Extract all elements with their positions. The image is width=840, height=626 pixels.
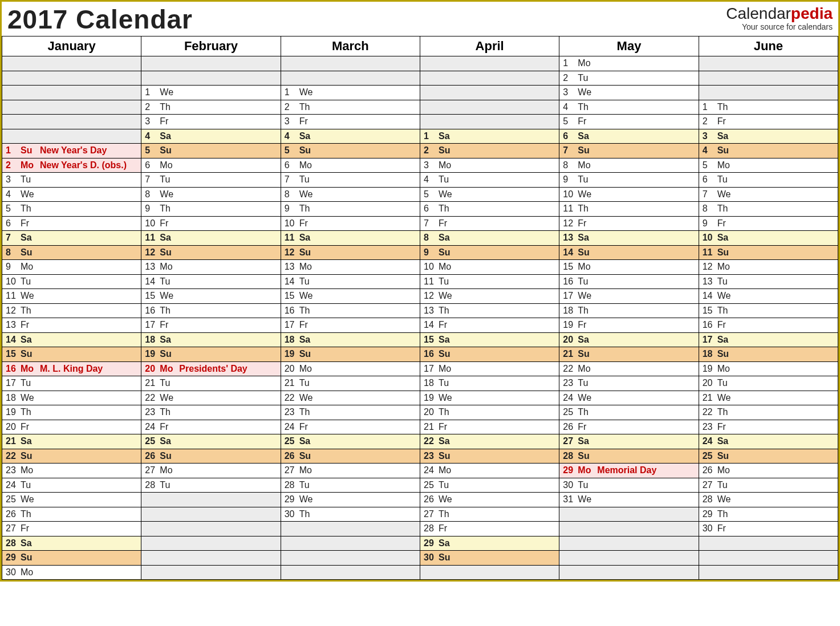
calendar-row: 18We22We22We19We24We21We <box>2 391 838 405</box>
day-of-week: Mo <box>299 160 316 170</box>
day-cell <box>141 522 281 536</box>
day-number: 26 <box>563 422 578 432</box>
day-cell: 5Su <box>141 144 281 158</box>
day-number: 19 <box>703 364 717 374</box>
day-number: 17 <box>145 320 160 330</box>
day-number: 16 <box>424 349 439 359</box>
day-of-week: Su <box>578 349 595 359</box>
day-of-week: Mo <box>21 567 38 578</box>
day-of-week: Mo <box>717 160 735 170</box>
day-of-week: Mo <box>21 160 38 170</box>
calendar-row: 6Fr10Fr10Fr7Fr12Fr9Fr <box>2 216 838 231</box>
day-of-week: Fr <box>578 218 595 229</box>
day-cell: 1We <box>281 86 420 100</box>
day-of-week: Fr <box>21 422 38 432</box>
day-cell: 19Su <box>141 347 281 362</box>
day-cell: 3We <box>559 86 699 100</box>
day-number: 6 <box>424 204 439 214</box>
month-header: February <box>141 36 281 56</box>
day-number: 7 <box>424 218 439 229</box>
day-cell: 18Th <box>559 303 699 318</box>
day-of-week: Fr <box>21 218 38 229</box>
day-number: 17 <box>6 378 21 388</box>
day-cell: 7Sa <box>2 231 141 246</box>
day-number: 8 <box>145 189 160 200</box>
day-of-week: Fr <box>299 218 316 229</box>
day-cell: 20Fr <box>2 420 141 434</box>
day-cell: 25Sa <box>281 434 420 449</box>
day-cell: 3Fr <box>141 115 281 129</box>
day-cell: 6Sa <box>559 129 699 144</box>
day-cell <box>559 522 699 536</box>
day-cell: 30Fr <box>699 522 838 536</box>
day-of-week: We <box>160 189 177 200</box>
day-number: 6 <box>703 174 717 185</box>
day-cell: 14Tu <box>141 274 281 289</box>
day-of-week: Su <box>439 552 456 563</box>
day-cell: 4Th <box>559 100 699 115</box>
day-cell <box>141 551 281 566</box>
day-number: 16 <box>563 277 578 287</box>
day-of-week: Th <box>439 204 456 214</box>
day-number: 21 <box>285 378 299 388</box>
brand-part-a: Calendar <box>726 5 791 22</box>
day-cell: 18Su <box>699 347 838 362</box>
day-cell: 10Sa <box>699 231 838 246</box>
day-of-week: Tu <box>299 174 316 185</box>
day-of-week: Th <box>21 204 38 214</box>
day-cell: 30Tu <box>559 478 699 493</box>
day-of-week: Mo <box>160 364 177 374</box>
day-number: 21 <box>424 422 439 432</box>
day-number: 13 <box>6 320 21 330</box>
day-number: 4 <box>424 174 439 185</box>
day-of-week: Th <box>578 407 595 417</box>
calendar-row: 4Sa4Sa1Sa6Sa3Sa <box>2 129 838 144</box>
day-cell <box>141 56 281 71</box>
day-number: 1 <box>563 58 578 68</box>
day-of-week: Tu <box>160 480 177 490</box>
day-cell: 9Fr <box>699 216 838 231</box>
day-of-week: We <box>21 393 38 403</box>
day-of-week: Th <box>717 306 735 316</box>
day-of-week: Mo <box>160 262 177 272</box>
day-of-week: Tu <box>717 277 735 287</box>
day-number: 8 <box>703 204 717 214</box>
day-of-week: Fr <box>21 320 38 330</box>
day-number: 23 <box>563 378 578 388</box>
day-of-week: Su <box>21 247 38 258</box>
day-of-week: Sa <box>160 335 177 345</box>
calendar-row: 10Tu14Tu14Tu11Tu16Tu13Tu <box>2 274 838 289</box>
day-number: 8 <box>563 160 578 170</box>
day-cell: 31We <box>559 493 699 507</box>
month-header: June <box>699 36 838 56</box>
day-of-week: Th <box>21 407 38 417</box>
day-of-week: Tu <box>299 378 316 388</box>
day-of-week: Sa <box>299 233 316 243</box>
day-cell: 28We <box>699 493 838 507</box>
day-of-week: Th <box>160 204 177 214</box>
day-number: 17 <box>424 364 439 374</box>
day-of-week: Th <box>160 102 177 112</box>
day-cell <box>2 86 141 100</box>
day-number: 24 <box>6 480 21 490</box>
day-cell: 7Fr <box>420 216 559 231</box>
day-cell: 15We <box>281 289 420 304</box>
day-of-week: We <box>160 393 177 403</box>
calendar-row: 13Fr17Fr17Fr14Fr19Fr16Fr <box>2 318 838 333</box>
day-cell: 7Tu <box>281 173 420 188</box>
day-cell: 25We <box>2 493 141 507</box>
day-number: 21 <box>703 393 717 403</box>
day-cell: 18Sa <box>281 332 420 347</box>
day-of-week: Su <box>717 451 735 461</box>
calendar-row: 27Fr28Fr30Fr <box>2 522 838 536</box>
day-cell: 11We <box>2 289 141 304</box>
day-cell: 2Tu <box>559 71 699 86</box>
day-of-week: Mo <box>717 262 735 272</box>
day-cell: 2Su <box>420 144 559 158</box>
day-cell: 13Tu <box>699 274 838 289</box>
day-number: 15 <box>6 349 21 359</box>
day-number: 25 <box>703 451 717 461</box>
calendar-row: 28Sa29Sa <box>2 536 838 551</box>
day-number: 18 <box>424 378 439 388</box>
day-of-week: Fr <box>439 320 456 330</box>
